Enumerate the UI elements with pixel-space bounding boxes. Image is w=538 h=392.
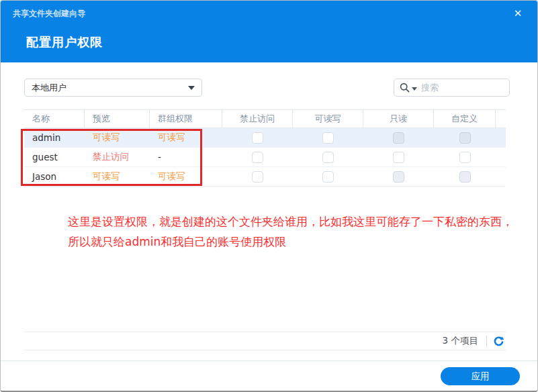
divider: [24, 350, 506, 350]
read-write-checkbox[interactable]: [322, 132, 334, 144]
wizard-title: 共享文件夹创建向导: [13, 8, 85, 19]
user-source-dropdown[interactable]: 本地用户: [24, 79, 202, 97]
item-count: 3 个项目: [443, 335, 478, 347]
status-bar: 3 个项目: [443, 333, 504, 349]
custom-checkbox[interactable]: [459, 152, 471, 163]
col-header-name[interactable]: 名称: [24, 110, 85, 128]
apply-button[interactable]: 应用: [441, 367, 520, 385]
preview-value: 可读写: [85, 128, 150, 147]
col-header-no-access[interactable]: 禁止访问: [222, 110, 293, 128]
no-access-checkbox[interactable]: [252, 171, 263, 183]
no-access-checkbox[interactable]: [252, 132, 263, 144]
col-header-read-write[interactable]: 可读写: [293, 110, 363, 128]
page-title: 配置用户权限: [26, 34, 103, 50]
search-input[interactable]: 搜索: [394, 79, 510, 97]
no-access-checkbox[interactable]: [252, 152, 263, 163]
divider: [24, 332, 506, 332]
col-header-custom[interactable]: 自定义: [434, 110, 496, 128]
read-only-checkbox: [393, 171, 404, 183]
custom-checkbox: [459, 171, 471, 183]
annotation-line-2: 所以就只给admin和我自己的账号使用权限: [68, 232, 513, 252]
col-header-preview[interactable]: 预览: [85, 110, 150, 128]
read-write-checkbox[interactable]: [322, 152, 334, 163]
close-icon[interactable]: ✕: [510, 6, 525, 21]
group-permission-value: -: [150, 148, 222, 166]
permissions-table: 名称 预览 群组权限 禁止访问 可读写 只读 自定义 admin 可读写 可读写…: [24, 109, 506, 187]
col-header-group-permission[interactable]: 群组权限: [150, 110, 222, 128]
read-only-checkbox: [393, 132, 404, 144]
preview-value: 禁止访问: [85, 148, 150, 166]
chevron-down-icon: [188, 86, 195, 90]
annotation-line-1: 这里是设置权限，就是创建的这个文件夹给谁用，比如我这里可能存了一下私密的东西，: [68, 211, 513, 232]
col-header-gutter: [496, 110, 506, 128]
table-header: 名称 预览 群组权限 禁止访问 可读写 只读 自定义: [24, 109, 506, 128]
user-name: admin: [24, 128, 85, 147]
search-filter-caret-icon[interactable]: [412, 87, 417, 91]
refresh-icon[interactable]: [493, 336, 504, 347]
table-row-admin[interactable]: admin 可读写 可读写: [24, 128, 506, 148]
group-permission-value: 可读写: [150, 128, 222, 147]
read-write-checkbox[interactable]: [322, 171, 334, 183]
read-only-checkbox[interactable]: [393, 152, 404, 163]
divider: [486, 336, 487, 347]
user-name: guest: [24, 148, 85, 166]
user-name: Jason: [24, 167, 85, 186]
search-icon: [400, 83, 410, 93]
table-row-jason[interactable]: Jason 可读写 可读写: [24, 167, 506, 187]
table-row-guest[interactable]: guest 禁止访问 -: [24, 148, 506, 167]
annotation-text: 这里是设置权限，就是创建的这个文件夹给谁用，比如我这里可能存了一下私密的东西， …: [68, 211, 513, 252]
dialog-header: 共享文件夹创建向导 配置用户权限 ✕: [1, 1, 537, 62]
shared-folder-wizard-dialog: 共享文件夹创建向导 配置用户权限 ✕ 本地用户 搜索 名称 预览 群组权限 禁止…: [0, 0, 538, 392]
user-source-selected-label: 本地用户: [32, 82, 66, 94]
footer-divider: [1, 360, 538, 361]
group-permission-value: 可读写: [150, 167, 222, 186]
search-placeholder: 搜索: [421, 82, 439, 94]
col-header-read-only[interactable]: 只读: [363, 110, 434, 128]
custom-checkbox: [459, 132, 471, 144]
preview-value: 可读写: [85, 167, 150, 186]
